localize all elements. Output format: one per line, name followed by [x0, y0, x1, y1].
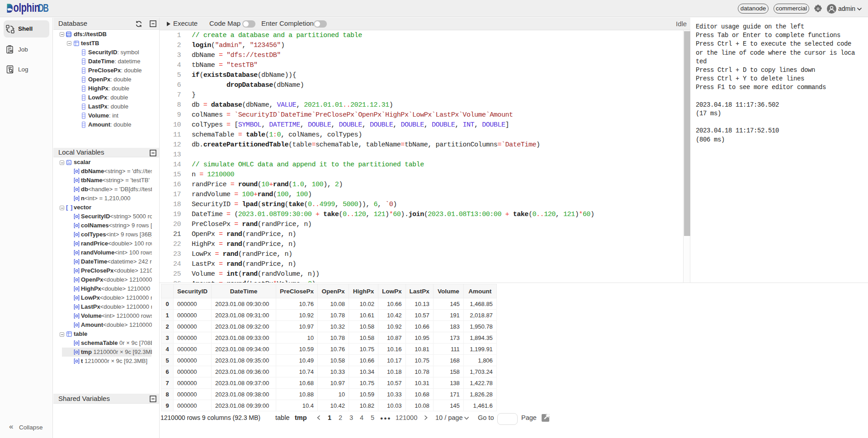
svg-text:olphin: olphin	[14, 3, 40, 14]
svg-text:DB: DB	[38, 3, 49, 14]
